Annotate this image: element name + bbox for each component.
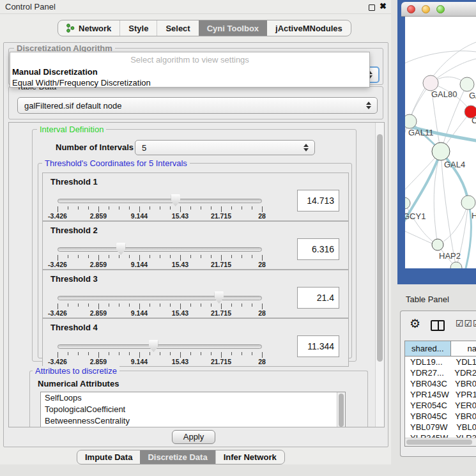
threshold-2-slider[interactable]: -3.4262.8599.14415.4321.71528 <box>58 222 262 270</box>
node-label-gal80: GAL80 <box>431 89 457 99</box>
slider-thumb[interactable] <box>116 243 126 255</box>
bottom-tabbar: Impute Data Discretize Data Infer Networ… <box>77 450 285 464</box>
slider-track[interactable] <box>58 247 262 252</box>
tab-discretize-data[interactable]: Discretize Data <box>140 450 215 464</box>
apply-button[interactable]: Apply <box>172 430 215 444</box>
table-row[interactable]: YPR145WYPR1 <box>405 389 476 400</box>
table-row[interactable]: YBR045CYBR0 <box>405 411 476 422</box>
tab-jactivemnodules[interactable]: jActiveMNodules <box>267 20 351 36</box>
tab-select[interactable]: Select <box>157 20 198 36</box>
slider-track[interactable] <box>58 296 262 300</box>
slider-thumb[interactable] <box>149 340 158 352</box>
panel-title: Control Panel <box>5 2 56 12</box>
tab-impute-data[interactable]: Impute Data <box>77 450 140 464</box>
slider-track[interactable] <box>58 199 262 203</box>
tab-infer-network-label: Infer Network <box>224 452 277 462</box>
tab-jactivemnodules-label: jActiveMNodules <box>275 24 342 33</box>
threshold-2-value-field[interactable]: 6.316 <box>297 238 339 260</box>
table-row[interactable]: YDR27...YDR2 <box>405 367 476 378</box>
slider-thumb[interactable] <box>171 194 180 206</box>
tab-select-label: Select <box>165 24 190 33</box>
table-data-combobox[interactable]: galFiltered.sif default node <box>17 97 378 114</box>
interval-definition-group: Interval Definition Number of Intervals … <box>32 129 357 362</box>
cell[interactable]: YBR045C <box>405 411 449 422</box>
tab-cyni-toolbox[interactable]: Cyni Toolbox <box>199 20 267 36</box>
threshold-3-slider[interactable]: -3.4262.8599.14415.4321.71528 <box>58 270 262 319</box>
list-item[interactable]: TopologicalCoefficient <box>41 404 345 415</box>
cell[interactable]: YBR0 <box>449 378 476 389</box>
combo-stepper-icon <box>366 102 371 109</box>
dropdown-option-equal-width[interactable]: Equal Width/Frequency Discretization <box>10 77 369 88</box>
cell[interactable]: YBR043C <box>405 378 449 389</box>
settings-scrollbar[interactable] <box>375 123 384 427</box>
cell[interactable]: YDL1 <box>449 357 476 367</box>
interval-definition-title: Interval Definition <box>37 125 106 134</box>
table-scrollbar-thumb[interactable] <box>406 440 472 445</box>
slider-ticks <box>58 206 262 212</box>
list-item[interactable]: BetweennessCentrality <box>41 415 345 427</box>
cell[interactable]: YDR2 <box>448 367 476 378</box>
numerical-attributes-list[interactable]: SelfLoops TopologicalCoefficient Between… <box>40 392 346 427</box>
column-header-shared[interactable]: shared... <box>405 341 451 356</box>
slider-tick-labels: -3.4262.8599.14415.4321.71528 <box>58 261 262 268</box>
select-columns-icons[interactable]: ☑☑☑ <box>456 318 476 328</box>
tab-style[interactable]: Style <box>119 20 157 36</box>
float-panel-icon[interactable] <box>369 4 375 11</box>
cell[interactable]: YER0 <box>449 400 476 411</box>
threshold-3-value-field[interactable]: 21.4 <box>297 287 339 309</box>
slider-tick-labels: -3.4262.8599.14415.4321.71528 <box>58 309 262 317</box>
table-row[interactable]: YER054CYER0 <box>405 400 476 411</box>
minimize-traffic-light-icon[interactable] <box>422 5 430 13</box>
settings-scrollbar-thumb[interactable] <box>377 134 383 362</box>
table-row[interactable]: YBR043CYBR0 <box>405 378 476 389</box>
network-tab-icon <box>66 24 75 33</box>
node-label-hap2: HAP2 <box>439 251 461 261</box>
threshold-1-slider[interactable]: -3.4262.8599.14415.4321.71528 <box>58 173 262 222</box>
list-scrollbar[interactable] <box>337 392 345 427</box>
cell[interactable]: YPR1 <box>449 389 476 400</box>
dropdown-option-manual[interactable]: Manual Discretization <box>10 66 369 77</box>
close-traffic-light-icon[interactable] <box>407 5 415 13</box>
tab-network[interactable]: Network <box>58 20 119 36</box>
cell[interactable]: YBR0 <box>449 411 476 422</box>
cyni-toolbox-panel: Discretization Algorithm Select algorith… <box>3 42 388 447</box>
cell[interactable]: YPR145W <box>405 389 449 400</box>
gear-icon[interactable]: ⚙ <box>410 316 420 331</box>
node-h-clipped <box>461 196 475 210</box>
close-panel-icon[interactable]: ✖ <box>380 1 387 11</box>
cell[interactable]: YBL0 <box>450 422 476 433</box>
node-gal80 <box>423 75 438 91</box>
network-canvas[interactable]: GAL80 GA C GAL11 GAL4 GCY1 H HAP2 <box>405 17 476 268</box>
node-clipped-top-right <box>460 77 474 91</box>
table-row[interactable]: YDL19...YDL1 <box>405 357 476 367</box>
column-layout-icon[interactable] <box>431 320 445 331</box>
attributes-group: Attributes to discretize Numerical Attri… <box>29 371 368 427</box>
cell[interactable]: YDL19... <box>405 357 449 367</box>
slider-track[interactable] <box>58 344 262 349</box>
threshold-4-value-field[interactable]: 11.344 <box>297 335 339 357</box>
number-of-intervals-combobox[interactable]: 5 <box>135 140 315 155</box>
column-header-name[interactable]: na <box>451 341 476 356</box>
threshold-1-value-field[interactable]: 14.713 <box>297 190 339 211</box>
tab-infer-network[interactable]: Infer Network <box>215 450 284 464</box>
slider-tick-labels: -3.4262.8599.14415.4321.71528 <box>58 358 262 365</box>
zoom-traffic-light-icon[interactable] <box>436 5 445 13</box>
list-item[interactable]: SelfLoops <box>41 392 345 404</box>
tab-discretize-data-label: Discretize Data <box>148 452 207 462</box>
cell[interactable]: YDR27... <box>405 367 448 378</box>
table-row[interactable]: YBL079WYBL0 <box>405 422 476 433</box>
table-horizontal-scrollbar[interactable] <box>405 438 476 446</box>
network-view-window: GAL80 GA C GAL11 GAL4 GCY1 H HAP2 <box>397 0 476 284</box>
attributes-group-title: Attributes to discretize <box>33 366 119 376</box>
cell[interactable]: YER054C <box>405 400 449 411</box>
list-scrollbar-thumb[interactable] <box>339 394 344 427</box>
network-window-titlebar <box>401 2 476 17</box>
tab-impute-data-label: Impute Data <box>85 452 132 462</box>
node-hap2 <box>432 239 443 250</box>
dropdown-hint-item[interactable]: Select algorithm to view settings <box>10 52 369 66</box>
slider-tick-labels: -3.4262.8599.14415.4321.71528 <box>58 212 262 220</box>
cell[interactable]: YBL079W <box>405 422 450 433</box>
table-data-group: Table Data galFiltered.sif default node <box>8 86 383 119</box>
threshold-4-slider[interactable]: -3.4262.8599.14415.4321.71528 <box>58 319 262 367</box>
slider-thumb[interactable] <box>214 291 224 303</box>
